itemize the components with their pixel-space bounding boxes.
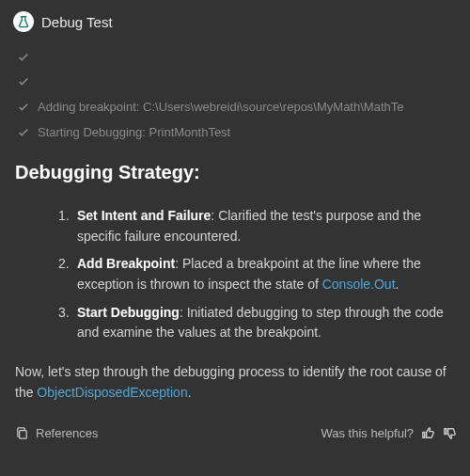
status-item: Starting Debugging: PrintMonthTest — [17, 119, 457, 145]
header: Debug Test — [13, 11, 457, 32]
copy-icon — [15, 426, 29, 440]
thumbs-down-icon[interactable] — [443, 426, 457, 440]
check-icon — [17, 51, 30, 64]
feedback-group: Was this helpful? — [321, 426, 457, 440]
step-item: Add Breakpoint: Placed a breakpoint at t… — [58, 254, 457, 294]
check-icon — [17, 101, 30, 114]
step-title: Add Breakpoint — [77, 256, 175, 271]
summary-paragraph: Now, let's step through the debugging pr… — [15, 362, 457, 403]
references-label: References — [36, 426, 98, 440]
link-exception[interactable]: ObjectDisposedException — [37, 385, 187, 400]
step-item: Set Intent and Failure: Clarified the te… — [58, 206, 457, 246]
step-desc: . — [396, 277, 400, 292]
steps-list: Set Intent and Failure: Clarified the te… — [58, 206, 457, 343]
section-heading: Debugging Strategy: — [15, 162, 457, 183]
status-item — [17, 70, 457, 94]
check-icon — [17, 126, 30, 139]
feedback-label: Was this helpful? — [321, 426, 414, 440]
status-text: Starting Debugging: PrintMonthTest — [38, 125, 230, 139]
status-list: Adding breakpoint: C:\Users\webreidi\sou… — [17, 45, 457, 145]
check-icon — [17, 75, 30, 88]
step-item: Start Debugging: Initiated debugging to … — [58, 303, 457, 343]
step-title: Start Debugging — [77, 305, 180, 320]
status-text: Adding breakpoint: C:\Users\webreidi\sou… — [38, 100, 403, 114]
status-item — [17, 45, 457, 70]
thumbs-up-icon[interactable] — [421, 426, 435, 440]
svg-rect-0 — [20, 430, 27, 437]
footer: References Was this helpful? — [15, 426, 457, 440]
paragraph-text: . — [188, 385, 192, 400]
step-title: Set Intent and Failure — [77, 208, 211, 223]
link-console-out[interactable]: Console.Out — [322, 277, 396, 292]
references-button[interactable]: References — [15, 426, 98, 440]
flask-icon — [13, 11, 34, 32]
status-item: Adding breakpoint: C:\Users\webreidi\sou… — [17, 94, 457, 119]
header-title: Debug Test — [41, 14, 113, 30]
